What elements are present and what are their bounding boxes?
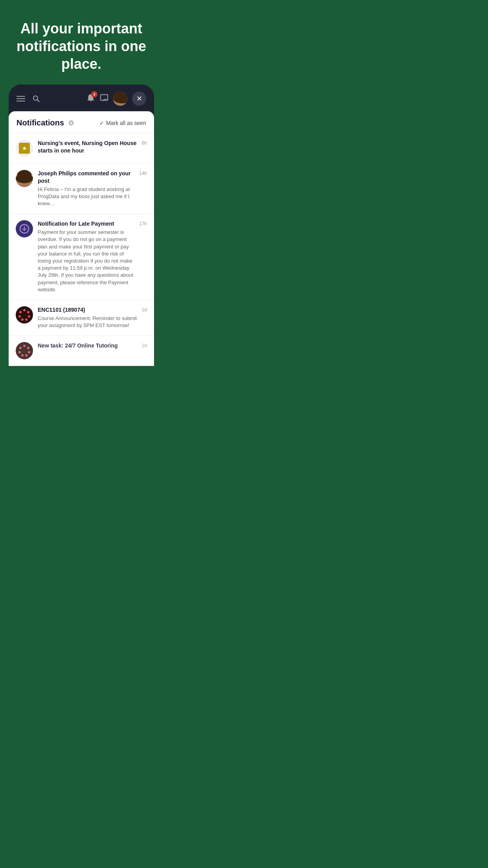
mark-all-seen-button[interactable]: ✓ Mark all as seen [99,120,146,126]
notif-icon-user [16,170,33,187]
notif-body: Payment for your summer semester is over… [38,229,134,293]
phone-frame: 3 ✕ Notifications [9,85,154,366]
panel-title: Notifications [17,118,64,127]
header-right: 3 ✕ [86,92,146,106]
search-icon[interactable] [31,94,41,103]
svg-point-10 [19,311,22,313]
notification-item[interactable]: Notification for Late Payment Payment fo… [9,214,154,300]
user-avatar[interactable] [113,92,127,106]
svg-line-1 [37,100,39,102]
panel-header: Notifications ⚙ ✓ Mark all as seen [9,111,154,133]
notif-time: 17h [139,221,147,226]
panel-title-group: Notifications ⚙ [17,118,74,127]
hero-title: All your important notifications in one … [0,0,163,85]
svg-point-11 [23,345,26,347]
svg-point-4 [23,309,26,311]
notification-item[interactable]: Nursing's event, Nursing Open House star… [9,133,154,164]
close-button[interactable]: ✕ [132,92,146,106]
svg-point-7 [25,318,28,321]
notif-title: New task: 24/7 Online Tutoring [38,342,137,349]
svg-point-13 [28,351,30,353]
notif-body: Hi Felicia – I'm a grad student working … [38,186,134,208]
chat-icon[interactable] [100,94,108,104]
notif-time: 8h [142,140,147,146]
notif-time: 1d [142,307,147,313]
notification-badge: 3 [91,91,97,97]
notif-content: Joseph Philips commented on your post Hi… [38,170,134,207]
notif-icon-payment [16,220,33,237]
notif-title: Nursing's event, Nursing Open House star… [38,140,137,154]
svg-point-14 [25,354,28,357]
svg-point-9 [18,315,21,318]
notification-item[interactable]: New task: 24/7 Online Tutoring 1d [9,336,154,366]
svg-point-6 [28,315,30,318]
mark-all-label: Mark all as seen [106,120,146,126]
hero-section: All your important notifications in one … [0,0,163,85]
header-left [17,94,41,103]
svg-point-15 [21,354,24,357]
notification-item[interactable]: ENC1101 (189074) Course Announcement: Re… [9,300,154,336]
notif-icon-course2 [16,342,33,359]
notif-content: New task: 24/7 Online Tutoring [38,342,137,351]
svg-point-8 [21,318,24,321]
bell-button[interactable]: 3 [86,94,95,104]
settings-icon[interactable]: ⚙ [68,119,74,127]
svg-point-12 [27,347,29,349]
notif-body: Course Announcement: Reminder to submit … [38,315,137,329]
notif-content: ENC1101 (189074) Course Announcement: Re… [38,306,137,329]
svg-point-5 [27,311,29,313]
notif-icon-course [16,306,33,324]
menu-icon[interactable] [17,96,25,101]
notif-content: Notification for Late Payment Payment fo… [38,220,134,293]
notifications-panel: Notifications ⚙ ✓ Mark all as seen Nursi… [9,111,154,366]
app-header: 3 ✕ [9,85,154,111]
notif-title: Notification for Late Payment [38,220,134,228]
notif-content: Nursing's event, Nursing Open House star… [38,140,137,156]
notif-icon-calendar [16,140,33,157]
notification-item[interactable]: Joseph Philips commented on your post Hi… [9,164,154,214]
notif-title: ENC1101 (189074) [38,306,137,314]
notif-time: 1d [142,343,147,348]
svg-point-17 [19,347,22,349]
notif-title: Joseph Philips commented on your post [38,170,134,185]
notifications-list: Nursing's event, Nursing Open House star… [9,133,154,366]
svg-point-16 [18,351,21,353]
check-icon: ✓ [99,120,104,126]
notif-time: 14h [139,171,147,176]
